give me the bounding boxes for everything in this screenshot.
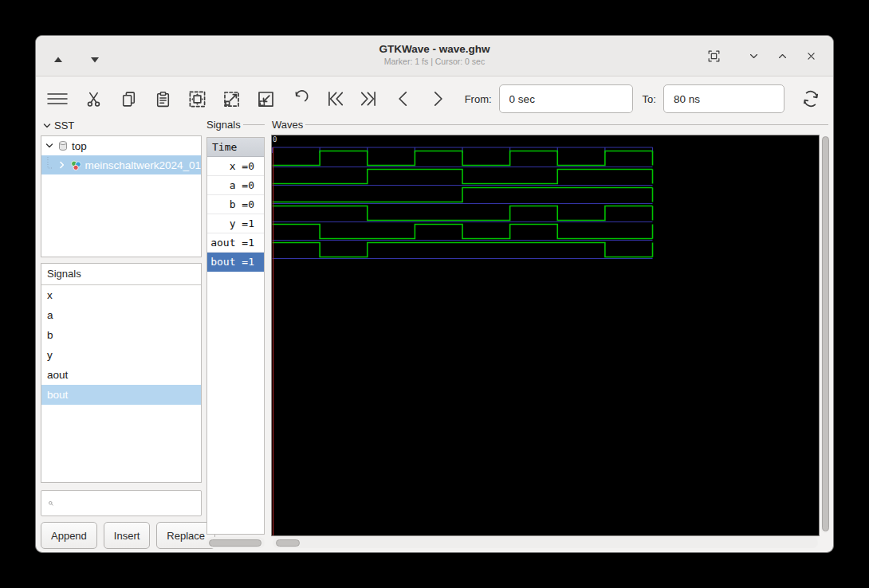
facility-item[interactable]: x [41, 285, 201, 305]
database-icon [57, 140, 69, 151]
close-icon [804, 49, 819, 64]
step-back-button[interactable] [391, 85, 415, 112]
value-row[interactable]: b =0 [207, 195, 264, 214]
from-input[interactable] [499, 84, 633, 113]
to-label: To: [643, 93, 656, 105]
chevron-left-icon [394, 89, 413, 108]
cut-button[interactable] [83, 85, 107, 112]
undo-button[interactable] [289, 85, 313, 112]
time-header-row[interactable]: Time [207, 138, 264, 157]
values-frame-header: Signals [206, 119, 265, 131]
append-button[interactable]: Append [41, 522, 97, 549]
go-to-end-button[interactable] [357, 85, 381, 112]
values-hscrollbar[interactable] [206, 537, 265, 548]
facility-item[interactable]: b [41, 325, 201, 345]
sst-tree: top meinschaltwerk2024_01 [41, 135, 202, 257]
value-row[interactable]: a =0 [207, 176, 264, 195]
copy-icon [120, 90, 138, 108]
paste-clipboard-icon [154, 90, 172, 108]
zoom-in-button[interactable] [254, 85, 278, 112]
sst-label: SST [54, 120, 74, 131]
copy-button[interactable] [117, 85, 141, 112]
list-action-buttons: Append Insert Replace [41, 522, 202, 549]
toolbar: From: To: [36, 76, 833, 121]
waves-hscrollbar[interactable] [273, 537, 818, 548]
fullscreen-icon [706, 49, 722, 64]
value-row[interactable]: x =0 [207, 157, 264, 176]
expander-right-icon [57, 160, 67, 170]
value-row-selected[interactable]: bout =1 [207, 253, 264, 272]
minimize-button[interactable] [744, 46, 763, 65]
shrink-arrow-icon [256, 89, 276, 109]
close-button[interactable] [801, 46, 820, 65]
facility-item[interactable]: y [41, 345, 201, 365]
value-row[interactable]: aout =1 [207, 233, 264, 253]
skip-to-end-icon [359, 89, 379, 108]
go-to-start-button[interactable] [323, 85, 347, 112]
waves-vscrollbar[interactable] [821, 136, 829, 533]
maximize-button[interactable] [773, 46, 792, 65]
next-marker-button[interactable] [85, 50, 104, 69]
chevron-right-icon [428, 89, 447, 108]
value-row[interactable]: y =1 [207, 214, 264, 233]
expander-down-icon [45, 141, 54, 151]
zoom-out-full-button[interactable] [220, 85, 244, 112]
reload-button[interactable] [799, 85, 823, 112]
hamburger-menu-icon [45, 89, 69, 108]
signal-search-box[interactable] [41, 490, 202, 516]
chevron-down-icon [746, 49, 761, 64]
expander-down-icon [42, 121, 52, 131]
to-input[interactable] [663, 84, 784, 113]
paste-button[interactable] [151, 85, 175, 112]
module-icon [70, 159, 82, 171]
menu-button[interactable] [45, 85, 69, 112]
skip-to-start-icon [324, 89, 345, 108]
tree-item-module[interactable]: meinschaltwerk2024_01 [41, 155, 201, 174]
expand-arrow-icon [222, 89, 242, 109]
search-icon [48, 496, 54, 512]
signal-values-panel: Time x =0 a =0 b =0 y =1 aout =1 bout =1 [206, 137, 265, 535]
zoom-fit-button[interactable] [186, 85, 210, 112]
prev-marker-button[interactable] [49, 50, 68, 69]
values-frame-label: Signals [206, 119, 241, 131]
tree-connector [46, 157, 54, 173]
sst-header[interactable]: SST [42, 120, 74, 131]
search-input[interactable] [57, 496, 201, 510]
waves-frame-header: Waves [272, 119, 828, 131]
facility-item[interactable]: a [41, 305, 201, 325]
chevron-up-icon [775, 49, 790, 64]
waveform-canvas[interactable] [271, 135, 820, 536]
facility-item-selected[interactable]: bout [41, 385, 201, 405]
tree-item-top[interactable]: top [41, 136, 201, 155]
fullscreen-button[interactable] [704, 46, 723, 65]
from-label: From: [465, 93, 492, 105]
facility-item[interactable]: aout [41, 365, 201, 385]
frame-line [243, 124, 265, 125]
triangle-down-icon [90, 56, 100, 64]
reload-icon [800, 88, 821, 109]
tree-item-label: meinschaltwerk2024_01 [85, 159, 201, 171]
tree-item-label: top [72, 140, 87, 152]
facilities-header: Signals [41, 264, 201, 285]
timeline-start-label: 0 [273, 135, 277, 143]
undo-arrow-icon [291, 89, 310, 108]
step-forward-button[interactable] [426, 85, 450, 112]
insert-button[interactable]: Insert [104, 522, 151, 549]
facilities-panel: Signals x a b y aout bout [41, 263, 202, 483]
frame-line [305, 124, 828, 125]
waves-frame-label: Waves [272, 119, 303, 131]
gtkwave-window: GTKWave - wave.ghw Marker: 1 fs | Cursor… [35, 35, 834, 553]
waveform-plot [272, 135, 819, 535]
titlebar[interactable]: GTKWave - wave.ghw Marker: 1 fs | Cursor… [36, 36, 833, 76]
scissors-icon [85, 90, 104, 108]
zoom-fit-icon [187, 89, 207, 109]
triangle-up-icon [53, 56, 63, 64]
